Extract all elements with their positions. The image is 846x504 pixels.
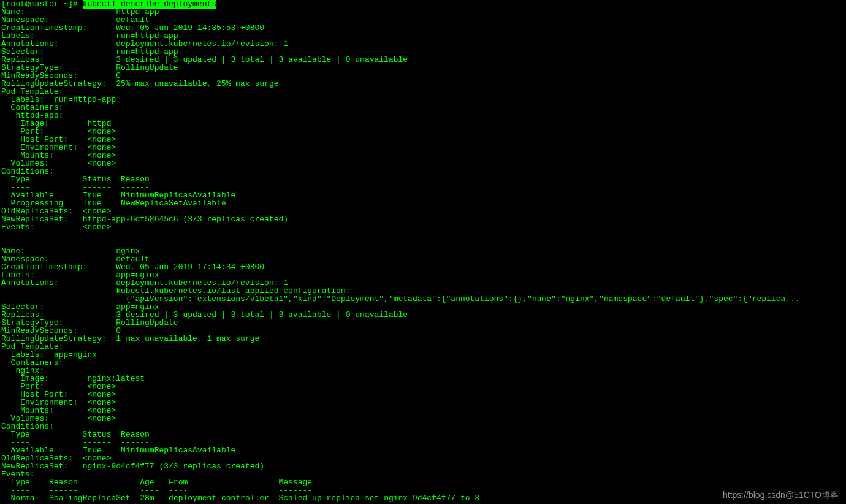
output-line: NewReplicaSet: nginx-9d4cf4f77 (3/3 repl… (1, 462, 264, 471)
output-line: Events: <none> (1, 223, 111, 232)
output-line: Normal ScalingReplicaSet 28m deployment-… (1, 494, 479, 503)
terminal[interactable]: [root@master ~]# kubectl describe deploy… (0, 0, 846, 502)
